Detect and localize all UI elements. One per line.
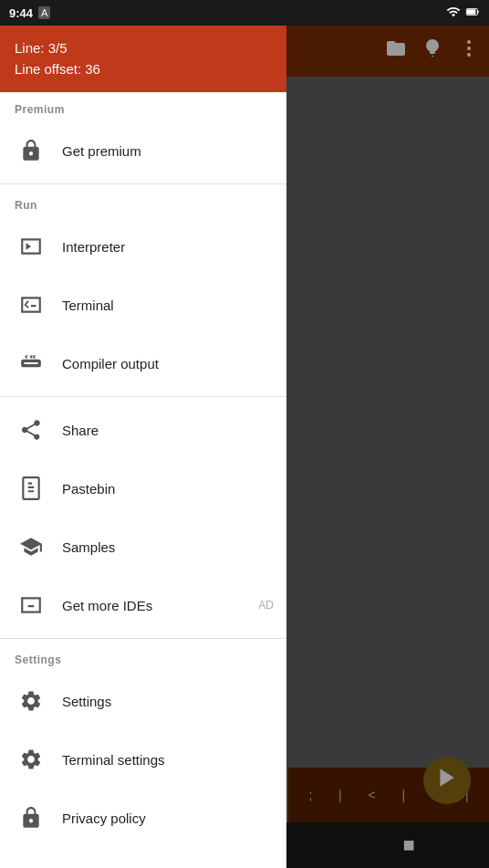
divider-1 — [0, 183, 286, 184]
samples-icon — [15, 530, 47, 563]
pastebin-label: Pastebin — [62, 481, 115, 497]
terminal-label: Terminal — [62, 298, 114, 313]
section-settings: Settings — [0, 643, 286, 672]
menu-item-compiler-output[interactable]: Compiler output — [0, 334, 286, 392]
menu-item-privacy-policy[interactable]: Privacy policy — [0, 789, 286, 847]
get-premium-label: Get premium — [62, 143, 141, 159]
drawer-line1: Line: 3/5 — [15, 38, 272, 59]
menu-item-get-more-ides[interactable]: Get more IDEs AD — [0, 576, 286, 634]
terminal-settings-label: Terminal settings — [62, 752, 165, 768]
status-icon-a: A — [38, 6, 50, 19]
status-bar-left: 9:44 A — [9, 6, 50, 20]
get-more-ides-label: Get more IDEs — [62, 598, 152, 613]
divider-2 — [0, 396, 286, 397]
menu-item-pastebin[interactable]: Pastebin — [0, 459, 286, 518]
menu-item-settings[interactable]: Settings — [0, 672, 286, 730]
wifi-icon — [446, 5, 461, 22]
terminal-icon — [15, 288, 47, 321]
menu-item-samples[interactable]: Samples — [0, 518, 286, 576]
share-label: Share — [62, 423, 99, 438]
battery-icon — [465, 5, 480, 22]
menu-item-terminal-settings[interactable]: Terminal settings — [0, 730, 286, 789]
share-icon — [15, 413, 47, 446]
drawer: Line: 3/5 Line offset: 36 Premium Get pr… — [0, 26, 286, 868]
settings-icon — [15, 685, 47, 717]
status-bar: 9:44 A — [0, 0, 489, 26]
menu-item-share[interactable]: Share — [0, 401, 286, 459]
privacy-lock-icon — [15, 801, 47, 834]
terminal-settings-icon — [15, 743, 47, 776]
samples-label: Samples — [62, 539, 115, 555]
section-premium: Premium — [0, 92, 286, 121]
lock-icon — [15, 134, 47, 167]
drawer-line2: Line offset: 36 — [15, 59, 272, 80]
privacy-policy-label: Privacy policy — [62, 810, 146, 826]
pastebin-icon — [15, 472, 47, 505]
get-more-ides-icon — [15, 589, 47, 622]
menu-item-get-premium[interactable]: Get premium — [0, 121, 286, 180]
svg-rect-5 — [467, 9, 475, 14]
status-time: 9:44 — [9, 6, 33, 20]
menu-item-terminal[interactable]: Terminal — [0, 276, 286, 334]
drawer-header: Line: 3/5 Line offset: 36 — [0, 26, 286, 92]
compiler-output-label: Compiler output — [62, 356, 159, 371]
status-bar-right — [446, 5, 480, 22]
svg-rect-6 — [477, 10, 478, 13]
menu-item-interpreter[interactable]: Interpreter — [0, 217, 286, 276]
section-run: Run — [0, 188, 286, 217]
compiler-icon — [15, 347, 47, 380]
interpreter-icon — [15, 230, 47, 263]
settings-label: Settings — [62, 694, 111, 709]
ad-badge: AD — [258, 599, 274, 612]
divider-3 — [0, 638, 286, 639]
interpreter-label: Interpreter — [62, 239, 125, 255]
